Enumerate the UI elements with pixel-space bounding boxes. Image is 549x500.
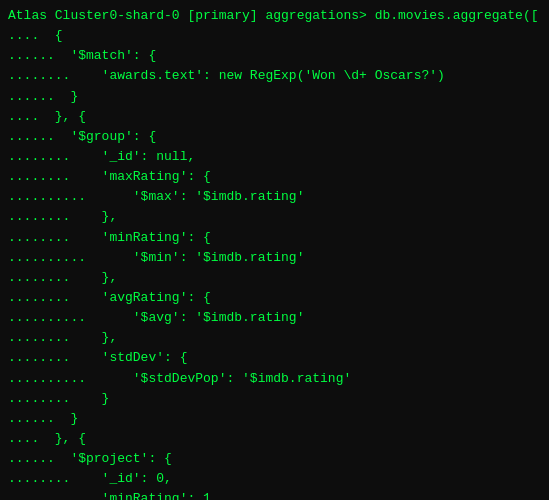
code-line-9: .......... '$max': '$imdb.rating' <box>8 187 541 207</box>
code-line-21: .... }, { <box>8 429 541 449</box>
code-line-17: ........ 'stdDev': { <box>8 348 541 368</box>
code-line-15: .......... '$avg': '$imdb.rating' <box>8 308 541 328</box>
code-line-11: ........ 'minRating': { <box>8 228 541 248</box>
code-line-6: ...... '$group': { <box>8 127 541 147</box>
code-line-24: ........ 'minRating': 1, <box>8 489 541 500</box>
code-line-5: .... }, { <box>8 107 541 127</box>
code-line-20: ...... } <box>8 409 541 429</box>
code-line-14: ........ 'avgRating': { <box>8 288 541 308</box>
code-line-22: ...... '$project': { <box>8 449 541 469</box>
code-line-7: ........ '_id': null, <box>8 147 541 167</box>
top-prompt-line: Atlas Cluster0-shard-0 [primary] aggrega… <box>8 6 541 26</box>
code-line-12: .......... '$min': '$imdb.rating' <box>8 248 541 268</box>
code-line-19: ........ } <box>8 389 541 409</box>
code-line-13: ........ }, <box>8 268 541 288</box>
code-line-8: ........ 'maxRating': { <box>8 167 541 187</box>
code-line-23: ........ '_id': 0, <box>8 469 541 489</box>
code-line-3: ........ 'awards.text': new RegExp('Won … <box>8 66 541 86</box>
code-line-16: ........ }, <box>8 328 541 348</box>
code-line-10: ........ }, <box>8 207 541 227</box>
code-line-18: .......... '$stdDevPop': '$imdb.rating' <box>8 369 541 389</box>
code-line-4: ...... } <box>8 87 541 107</box>
terminal-window: Atlas Cluster0-shard-0 [primary] aggrega… <box>0 0 549 500</box>
code-line-1: .... { <box>8 26 541 46</box>
code-line-2: ...... '$match': { <box>8 46 541 66</box>
